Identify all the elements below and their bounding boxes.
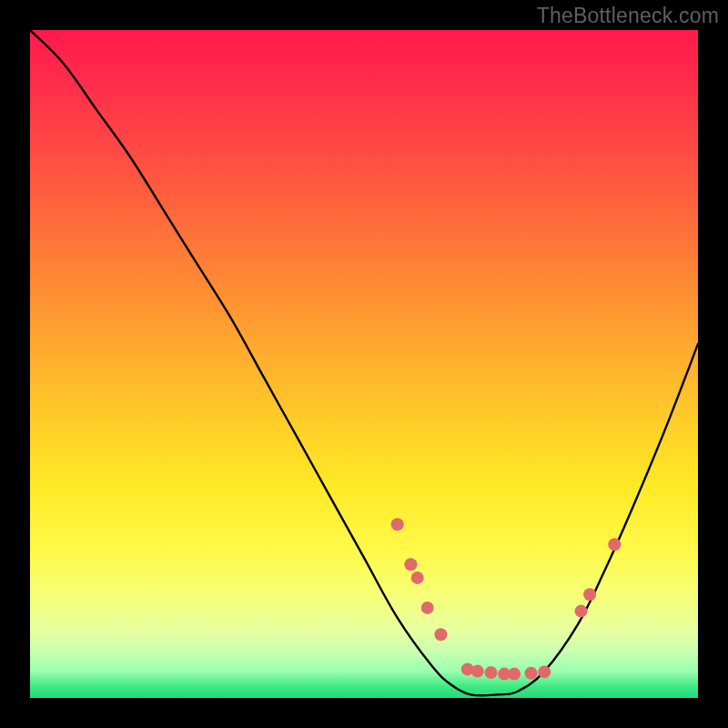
curve-layer xyxy=(30,30,698,698)
data-marker xyxy=(485,666,498,679)
data-marker xyxy=(525,667,538,680)
watermark-text: TheBottleneck.com xyxy=(537,4,719,28)
data-marker xyxy=(391,518,404,531)
data-marker xyxy=(434,628,447,641)
bottleneck-curve xyxy=(30,30,698,695)
data-marker xyxy=(575,605,588,618)
data-marker xyxy=(411,571,424,584)
chart-frame: TheBottleneck.com xyxy=(0,0,728,728)
data-marker xyxy=(421,602,434,614)
data-marker xyxy=(508,668,521,681)
data-marker xyxy=(608,538,621,551)
data-marker xyxy=(471,665,484,678)
data-marker xyxy=(583,588,596,601)
data-marker xyxy=(404,558,417,571)
data-markers xyxy=(391,518,622,680)
plot-area xyxy=(30,30,698,698)
data-marker xyxy=(538,665,551,678)
